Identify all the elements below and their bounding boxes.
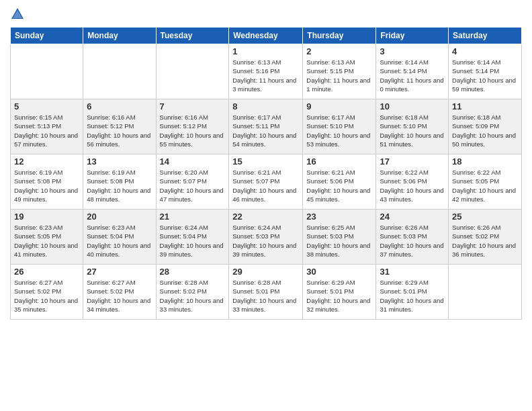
day-number: 2 bbox=[306, 46, 372, 56]
day-number: 27 bbox=[87, 267, 152, 277]
day-number: 24 bbox=[380, 212, 445, 222]
calendar-week-row: 1Sunrise: 6:13 AM Sunset: 5:16 PM Daylig… bbox=[11, 44, 522, 99]
calendar-week-row: 19Sunrise: 6:23 AM Sunset: 5:05 PM Dayli… bbox=[11, 210, 522, 265]
logo bbox=[10, 7, 28, 21]
day-info: Sunrise: 6:23 AM Sunset: 5:04 PM Dayligh… bbox=[87, 223, 152, 259]
calendar-cell bbox=[11, 44, 83, 99]
header-day-thursday: Thursday bbox=[303, 28, 376, 44]
day-info: Sunrise: 6:17 AM Sunset: 5:11 PM Dayligh… bbox=[232, 113, 299, 148]
day-number: 11 bbox=[452, 101, 518, 111]
day-info: Sunrise: 6:16 AM Sunset: 5:12 PM Dayligh… bbox=[87, 113, 152, 148]
day-number: 9 bbox=[306, 101, 372, 111]
calendar-cell: 6Sunrise: 6:16 AM Sunset: 5:12 PM Daylig… bbox=[83, 99, 156, 154]
calendar-cell: 13Sunrise: 6:19 AM Sunset: 5:08 PM Dayli… bbox=[83, 154, 156, 210]
day-info: Sunrise: 6:22 AM Sunset: 5:06 PM Dayligh… bbox=[380, 168, 445, 203]
calendar-cell: 9Sunrise: 6:17 AM Sunset: 5:10 PM Daylig… bbox=[303, 99, 376, 154]
day-info: Sunrise: 6:15 AM Sunset: 5:13 PM Dayligh… bbox=[14, 113, 79, 148]
day-number: 12 bbox=[14, 156, 79, 167]
day-number: 30 bbox=[306, 267, 372, 277]
calendar-cell: 29Sunrise: 6:28 AM Sunset: 5:01 PM Dayli… bbox=[229, 265, 303, 320]
day-number: 10 bbox=[380, 101, 445, 111]
day-info: Sunrise: 6:23 AM Sunset: 5:05 PM Dayligh… bbox=[14, 223, 79, 259]
day-number: 6 bbox=[87, 101, 152, 111]
day-info: Sunrise: 6:29 AM Sunset: 5:01 PM Dayligh… bbox=[306, 278, 372, 314]
header-day-wednesday: Wednesday bbox=[229, 28, 303, 44]
calendar-cell: 28Sunrise: 6:28 AM Sunset: 5:02 PM Dayli… bbox=[156, 265, 229, 320]
day-info: Sunrise: 6:13 AM Sunset: 5:15 PM Dayligh… bbox=[306, 58, 372, 93]
day-number: 14 bbox=[160, 156, 226, 167]
day-number: 29 bbox=[232, 267, 299, 277]
calendar-cell: 10Sunrise: 6:18 AM Sunset: 5:10 PM Dayli… bbox=[376, 99, 449, 154]
day-number: 21 bbox=[160, 212, 226, 222]
calendar-cell: 4Sunrise: 6:14 AM Sunset: 5:14 PM Daylig… bbox=[449, 44, 522, 99]
day-info: Sunrise: 6:24 AM Sunset: 5:04 PM Dayligh… bbox=[160, 223, 226, 259]
day-number: 13 bbox=[87, 156, 152, 167]
calendar-cell: 23Sunrise: 6:25 AM Sunset: 5:03 PM Dayli… bbox=[303, 210, 376, 265]
calendar-cell: 7Sunrise: 6:16 AM Sunset: 5:12 PM Daylig… bbox=[156, 99, 229, 154]
calendar-cell: 22Sunrise: 6:24 AM Sunset: 5:03 PM Dayli… bbox=[229, 210, 303, 265]
calendar-cell: 12Sunrise: 6:19 AM Sunset: 5:08 PM Dayli… bbox=[11, 154, 83, 210]
day-info: Sunrise: 6:28 AM Sunset: 5:01 PM Dayligh… bbox=[232, 278, 299, 314]
header-day-sunday: Sunday bbox=[11, 28, 83, 44]
day-number: 26 bbox=[14, 267, 79, 277]
calendar-cell: 24Sunrise: 6:26 AM Sunset: 5:03 PM Dayli… bbox=[376, 210, 449, 265]
day-number: 22 bbox=[232, 212, 299, 222]
calendar-cell bbox=[156, 44, 229, 99]
calendar-week-row: 26Sunrise: 6:27 AM Sunset: 5:02 PM Dayli… bbox=[11, 265, 522, 320]
calendar-cell: 17Sunrise: 6:22 AM Sunset: 5:06 PM Dayli… bbox=[376, 154, 449, 210]
day-info: Sunrise: 6:27 AM Sunset: 5:02 PM Dayligh… bbox=[87, 278, 152, 314]
day-info: Sunrise: 6:13 AM Sunset: 5:16 PM Dayligh… bbox=[232, 58, 299, 93]
day-info: Sunrise: 6:14 AM Sunset: 5:14 PM Dayligh… bbox=[380, 58, 445, 93]
calendar-table: SundayMondayTuesdayWednesdayThursdayFrid… bbox=[10, 27, 522, 320]
calendar-cell: 3Sunrise: 6:14 AM Sunset: 5:14 PM Daylig… bbox=[376, 44, 449, 99]
day-info: Sunrise: 6:26 AM Sunset: 5:03 PM Dayligh… bbox=[380, 223, 445, 259]
header-day-tuesday: Tuesday bbox=[156, 28, 229, 44]
day-number: 17 bbox=[380, 156, 445, 167]
calendar-week-row: 12Sunrise: 6:19 AM Sunset: 5:08 PM Dayli… bbox=[11, 154, 522, 210]
calendar-cell bbox=[449, 265, 522, 320]
day-info: Sunrise: 6:22 AM Sunset: 5:05 PM Dayligh… bbox=[452, 168, 518, 203]
calendar-cell: 30Sunrise: 6:29 AM Sunset: 5:01 PM Dayli… bbox=[303, 265, 376, 320]
day-number: 16 bbox=[306, 156, 372, 167]
day-info: Sunrise: 6:25 AM Sunset: 5:03 PM Dayligh… bbox=[306, 223, 372, 259]
day-number: 5 bbox=[14, 101, 79, 111]
calendar-cell: 14Sunrise: 6:20 AM Sunset: 5:07 PM Dayli… bbox=[156, 154, 229, 210]
calendar-cell: 16Sunrise: 6:21 AM Sunset: 5:06 PM Dayli… bbox=[303, 154, 376, 210]
day-info: Sunrise: 6:19 AM Sunset: 5:08 PM Dayligh… bbox=[87, 168, 152, 203]
day-info: Sunrise: 6:14 AM Sunset: 5:14 PM Dayligh… bbox=[452, 58, 518, 93]
calendar-cell: 18Sunrise: 6:22 AM Sunset: 5:05 PM Dayli… bbox=[449, 154, 522, 210]
day-number: 3 bbox=[380, 46, 445, 56]
calendar-cell bbox=[83, 44, 156, 99]
day-number: 4 bbox=[452, 46, 518, 56]
day-number: 8 bbox=[232, 101, 299, 111]
day-number: 25 bbox=[452, 212, 518, 222]
calendar-cell: 26Sunrise: 6:27 AM Sunset: 5:02 PM Dayli… bbox=[11, 265, 83, 320]
calendar-cell: 27Sunrise: 6:27 AM Sunset: 5:02 PM Dayli… bbox=[83, 265, 156, 320]
calendar-cell: 21Sunrise: 6:24 AM Sunset: 5:04 PM Dayli… bbox=[156, 210, 229, 265]
day-number: 7 bbox=[160, 101, 226, 111]
calendar-cell: 15Sunrise: 6:21 AM Sunset: 5:07 PM Dayli… bbox=[229, 154, 303, 210]
day-info: Sunrise: 6:27 AM Sunset: 5:02 PM Dayligh… bbox=[14, 278, 79, 314]
day-info: Sunrise: 6:21 AM Sunset: 5:07 PM Dayligh… bbox=[232, 168, 299, 203]
day-number: 15 bbox=[232, 156, 299, 167]
day-number: 28 bbox=[160, 267, 226, 277]
day-info: Sunrise: 6:18 AM Sunset: 5:09 PM Dayligh… bbox=[452, 113, 518, 148]
day-info: Sunrise: 6:26 AM Sunset: 5:02 PM Dayligh… bbox=[452, 223, 518, 259]
calendar-cell: 19Sunrise: 6:23 AM Sunset: 5:05 PM Dayli… bbox=[11, 210, 83, 265]
day-info: Sunrise: 6:29 AM Sunset: 5:01 PM Dayligh… bbox=[380, 278, 445, 314]
day-number: 18 bbox=[452, 156, 518, 167]
calendar-week-row: 5Sunrise: 6:15 AM Sunset: 5:13 PM Daylig… bbox=[11, 99, 522, 154]
day-number: 19 bbox=[14, 212, 79, 222]
day-number: 1 bbox=[232, 46, 299, 56]
day-info: Sunrise: 6:24 AM Sunset: 5:03 PM Dayligh… bbox=[232, 223, 299, 259]
calendar-cell: 5Sunrise: 6:15 AM Sunset: 5:13 PM Daylig… bbox=[11, 99, 83, 154]
day-info: Sunrise: 6:18 AM Sunset: 5:10 PM Dayligh… bbox=[380, 113, 445, 148]
day-info: Sunrise: 6:21 AM Sunset: 5:06 PM Dayligh… bbox=[306, 168, 372, 203]
day-info: Sunrise: 6:28 AM Sunset: 5:02 PM Dayligh… bbox=[160, 278, 226, 314]
calendar-cell: 11Sunrise: 6:18 AM Sunset: 5:09 PM Dayli… bbox=[449, 99, 522, 154]
day-info: Sunrise: 6:16 AM Sunset: 5:12 PM Dayligh… bbox=[160, 113, 226, 148]
day-number: 31 bbox=[380, 267, 445, 277]
day-info: Sunrise: 6:17 AM Sunset: 5:10 PM Dayligh… bbox=[306, 113, 372, 148]
calendar-cell: 25Sunrise: 6:26 AM Sunset: 5:02 PM Dayli… bbox=[449, 210, 522, 265]
calendar-cell: 2Sunrise: 6:13 AM Sunset: 5:15 PM Daylig… bbox=[303, 44, 376, 99]
